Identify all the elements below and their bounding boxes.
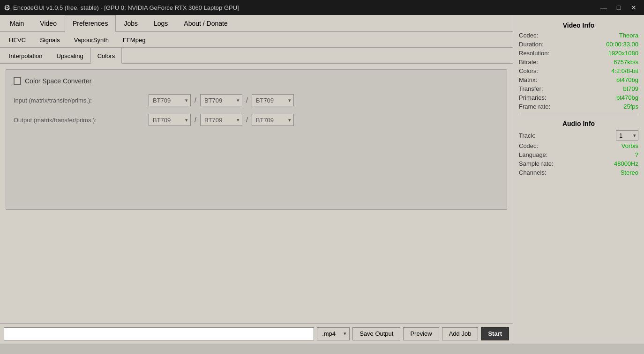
slash-4: / [246,116,248,124]
app-icon: ⚙ [4,3,10,12]
output-path-input[interactable] [4,327,314,340]
video-bitrate-key: Bitrate: [519,59,538,66]
format-select[interactable]: .mp4 .mkv .mov .avi [317,327,350,340]
input-label: Input (matrix/transfer/prims.): [14,97,145,104]
output-prims-wrapper: BT709 BT601 BT2020 [252,114,294,126]
audio-samplerate-val: 48000Hz [614,160,638,167]
app-body: Main Video Preferences Jobs Logs About /… [0,15,644,344]
track-select-wrapper: 1 2 [616,130,638,140]
video-colors-val: 4:2:0/8-bit [611,67,638,74]
bottom-bar: .mp4 .mkv .mov .avi Save Output Preview … [0,323,513,344]
slash-2: / [246,96,248,104]
sub2-nav-colors[interactable]: Colors [90,48,122,64]
nav-item-preferences[interactable]: Preferences [65,15,116,32]
audio-language-row: Language: ? [519,150,638,159]
output-prims-select[interactable]: BT709 BT601 BT2020 [252,114,294,126]
nav-item-jobs[interactable]: Jobs [116,15,146,32]
start-button[interactable]: Start [481,327,509,340]
audio-channels-row: Channels: Stereo [519,168,638,177]
video-bitrate-val: 6757kb/s [614,59,638,66]
input-row: Input (matrix/transfer/prims.): BT709 BT… [14,94,499,106]
output-transfer-select[interactable]: BT709 BT601 BT2020 [200,114,242,126]
input-transfer-select[interactable]: BT709 BT601 BT2020 [200,94,242,106]
sub-nav-vapoursynth[interactable]: VapourSynth [67,32,116,48]
nav-item-about[interactable]: About / Donate [176,15,235,32]
window-title: EncodeGUI v1.0.5 (free, stable) - [GPU 0… [13,4,239,11]
input-matrix-wrapper: BT709 BT601 BT2020 [149,94,191,106]
audio-codec-val: Vorbis [622,142,638,149]
audio-info-title: Audio Info [519,117,638,129]
nav-bar: Main Video Preferences Jobs Logs About /… [0,15,513,32]
minimize-button[interactable]: — [597,2,610,13]
video-duration-row: Duration: 00:00:33.00 [519,40,638,49]
sub2-nav-interpolation[interactable]: Interpolation [2,48,50,64]
video-primaries-val: bt470bg [616,94,638,101]
nav-item-video[interactable]: Video [32,15,65,32]
format-select-wrapper: .mp4 .mkv .mov .avi [317,327,350,340]
output-matrix-select[interactable]: BT709 BT601 BT2020 [149,114,191,126]
audio-language-val: ? [635,151,638,158]
output-transfer-wrapper: BT709 BT601 BT2020 [200,114,242,126]
audio-codec-row: Codec: Vorbis [519,141,638,150]
info-divider [519,114,638,114]
audio-codec-key: Codec: [519,142,538,149]
audio-track-row: Track: 1 2 [519,129,638,141]
video-framerate-key: Frame rate: [519,103,550,110]
video-transfer-key: Transfer: [519,85,543,92]
output-row: Output (matrix/transfer/prims.): BT709 B… [14,114,499,126]
right-panel: Video Info Codec: Theora Duration: 00:00… [513,15,644,344]
video-transfer-val: bt709 [623,85,638,92]
video-matrix-key: Matrix: [519,76,537,83]
video-resolution-row: Resolution: 1920x1080 [519,49,638,58]
sub-nav-ffmpeg[interactable]: FFMpeg [116,32,152,48]
sub2-nav: Interpolation Upscaling Colors [0,48,513,64]
output-matrix-wrapper: BT709 BT601 BT2020 [149,114,191,126]
sub-nav-hevc[interactable]: HEVC [2,32,33,48]
input-prims-select[interactable]: BT709 BT601 BT2020 [252,94,294,106]
audio-samplerate-key: Sample rate: [519,160,554,167]
video-codec-key: Codec: [519,32,538,39]
content-area: Color Space Converter Input (matrix/tran… [0,64,513,323]
audio-language-key: Language: [519,151,547,158]
video-framerate-row: Frame rate: 25fps [519,102,638,111]
video-framerate-val: 25fps [623,103,638,110]
input-matrix-select[interactable]: BT709 BT601 BT2020 [149,94,191,106]
video-duration-val: 00:00:33.00 [606,41,638,48]
nav-item-main[interactable]: Main [2,15,32,32]
title-controls: — □ ✕ [597,2,640,13]
video-resolution-key: Resolution: [519,50,549,57]
audio-samplerate-row: Sample rate: 48000Hz [519,159,638,168]
title-bar-left: ⚙ EncodeGUI v1.0.5 (free, stable) - [GPU… [4,3,239,12]
video-codec-val: Theora [619,32,638,39]
video-info-title: Video Info [519,19,638,31]
maximize-button[interactable]: □ [612,2,625,13]
audio-track-select[interactable]: 1 2 [616,130,638,140]
output-label: Output (matrix/transfer/prims.): [14,117,145,124]
video-primaries-row: Primaries: bt470bg [519,93,638,102]
color-converter-label: Color Space Converter [25,77,91,85]
sub2-nav-upscaling[interactable]: Upscaling [50,48,90,64]
main-content: Main Video Preferences Jobs Logs About /… [0,15,513,344]
video-colors-key: Colors: [519,67,538,74]
video-duration-key: Duration: [519,41,544,48]
color-converter-checkbox[interactable] [14,77,21,85]
add-job-button[interactable]: Add Job [442,327,479,340]
close-button[interactable]: ✕ [627,2,640,13]
nav-item-logs[interactable]: Logs [146,15,176,32]
save-output-button[interactable]: Save Output [352,327,400,340]
audio-channels-key: Channels: [519,169,547,176]
video-matrix-row: Matrix: bt470bg [519,75,638,84]
video-primaries-key: Primaries: [519,94,547,101]
input-transfer-wrapper: BT709 BT601 BT2020 [200,94,242,106]
input-prims-wrapper: BT709 BT601 BT2020 [252,94,294,106]
video-bitrate-row: Bitrate: 6757kb/s [519,58,638,66]
video-codec-row: Codec: Theora [519,31,638,40]
preview-button[interactable]: Preview [403,327,439,340]
slash-1: / [195,96,196,104]
video-matrix-val: bt470bg [616,76,638,83]
audio-channels-val: Stereo [621,169,638,176]
status-bar [0,344,644,354]
audio-track-key: Track: [519,132,536,139]
title-bar: ⚙ EncodeGUI v1.0.5 (free, stable) - [GPU… [0,0,644,15]
sub-nav-signals[interactable]: Signals [33,32,67,48]
